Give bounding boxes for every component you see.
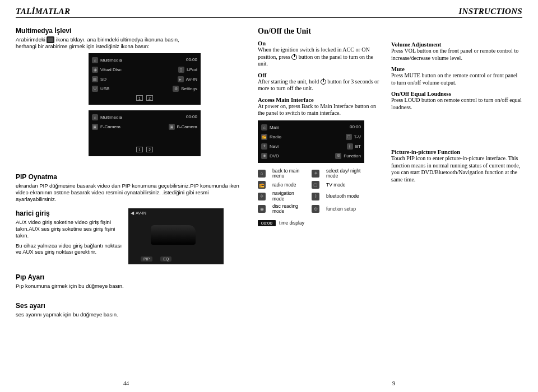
- label: F-Camera: [100, 124, 120, 129]
- text: herhangi bir arabirime girmek için isted…: [16, 43, 150, 49]
- pip-play-text: ekrandan PIP düğmesine basarak video dan…: [16, 183, 245, 203]
- disc-icon: ◉: [258, 205, 266, 213]
- label: DVD: [270, 153, 279, 158]
- label: time display: [279, 220, 304, 226]
- label: BT: [355, 144, 361, 149]
- tv-icon: ▢: [346, 134, 352, 140]
- access-main-text: At power on, press Back to Main Interfac…: [258, 103, 381, 117]
- ipod-icon: ▯: [178, 67, 184, 73]
- nav-icon: ✈: [258, 193, 266, 200]
- label: TV mode: [326, 183, 361, 188]
- label: Function: [344, 153, 361, 158]
- mute-heading: Mute: [391, 66, 522, 72]
- loudness-text: Press LOUD button on remote control to t…: [391, 97, 522, 111]
- text: ikona tıklayı. ana birimdeki ultimedya i…: [56, 36, 179, 43]
- label: SD: [100, 77, 106, 82]
- off-heading: Off: [258, 72, 381, 78]
- main-interface-screen: ⌂Main00:00 📻Radio▢T-V ✈NaviᛒBT ◉DVD⚙Func…: [258, 120, 364, 163]
- ext-input-text: AUX video giriş soketine video giriş fiş…: [16, 219, 125, 239]
- text: Pıp konumuna girmek için bu düğmeye bası…: [16, 283, 124, 289]
- bt-icon: ᛒ: [347, 143, 353, 150]
- home-icon: ⌂: [258, 170, 266, 178]
- avin-screen: ◀AV-IN PIPEQ: [128, 208, 224, 264]
- page-header: TALİMATLAR INSTRUCTIONS: [16, 7, 522, 18]
- on-heading: On: [258, 40, 381, 46]
- label: disc reading mode: [272, 204, 307, 214]
- func-icon: ⚙: [312, 205, 319, 213]
- ext-input-text2: Bu cihaz yalnızca video giriş bağlantı n…: [16, 242, 125, 256]
- settings-icon: ⚙: [173, 86, 179, 92]
- label: navigation mode: [272, 191, 307, 202]
- avin-icon: ▸: [178, 76, 184, 82]
- label: radio mode: [272, 183, 307, 188]
- clock: 00:00: [186, 57, 197, 63]
- label: USB: [100, 86, 109, 91]
- label: Radio: [270, 134, 281, 139]
- sound-setting-heading: Ses ayarı: [16, 302, 245, 310]
- label: Multimedia: [100, 58, 122, 63]
- pip-play-heading: PIP Oynatma: [16, 173, 245, 181]
- clock: 00:00: [186, 114, 197, 120]
- tv-icon: ▢: [312, 181, 319, 189]
- multimedia-screen-1: ⌂Multimedia00:00 ◉Vitual Disc▯I-Pod ▤SD▸…: [89, 53, 201, 105]
- access-main-heading: Access Main Interface: [258, 97, 381, 103]
- clock: 00:00: [350, 124, 361, 130]
- home-icon: ⌂: [92, 114, 98, 120]
- label: back to main menu: [272, 169, 307, 179]
- mode-legend: ⌂back to main menu ☀select day/ night mo…: [258, 169, 381, 214]
- power-icon: [321, 79, 326, 85]
- label: select day/ night mode: [326, 169, 361, 179]
- page-1: 1: [136, 95, 143, 101]
- label: Vitual Disc: [100, 67, 122, 72]
- onoff-title: On/Off the Unit: [258, 27, 381, 36]
- text: Arabirimdeki: [16, 36, 45, 43]
- off-text: After starting the unit, hold button for…: [258, 78, 381, 92]
- avin-title: AV-IN: [136, 211, 146, 216]
- time-display: 00:00: [258, 220, 276, 226]
- func-icon: ⚙: [335, 153, 341, 159]
- label: B-Camera: [177, 124, 197, 129]
- label: T-V: [354, 134, 361, 139]
- label: Settings: [181, 86, 197, 91]
- label: AV-IN: [186, 77, 197, 82]
- header-right: INSTRUCTIONS: [458, 7, 522, 16]
- grid-icon: [47, 36, 54, 43]
- mute-text: Press MUTE button on the remote control …: [391, 72, 522, 86]
- multimedia-intro: Arabirimdeki ikona tıklayı. ana birimdek…: [16, 36, 245, 50]
- pip-setting-text: Pıp konumuna girmek için bu düğmeye bası…: [16, 283, 245, 290]
- fcam-icon: ▣: [92, 124, 98, 130]
- on-text: When the ignition switch is locked in AC…: [258, 46, 381, 68]
- car-illustration: [151, 225, 196, 245]
- label: bluetooth mode: [326, 194, 361, 199]
- bt-icon: ᛒ: [312, 193, 319, 200]
- page-number-right: 9: [392, 380, 395, 386]
- home-icon: ⌂: [92, 57, 98, 63]
- ext-input-heading: harici giriş: [16, 209, 125, 217]
- usb-icon: Ψ: [92, 86, 98, 92]
- label: Multimedia: [100, 115, 122, 120]
- label: Main: [270, 125, 279, 130]
- power-icon: [291, 54, 297, 60]
- label: I-Pod: [187, 67, 197, 72]
- label: Navi: [270, 144, 279, 149]
- back-icon: ◀: [131, 211, 134, 216]
- page-2b: 2: [146, 147, 153, 152]
- volume-heading: Volume Adjustment: [391, 41, 522, 48]
- multimedia-heading: Multimedya İşlevi: [16, 27, 245, 35]
- disc-icon: ◉: [92, 67, 98, 73]
- sound-setting-text: ses ayarını yapmak için bu düğmeye basın…: [16, 311, 245, 318]
- page-number-left: 44: [123, 380, 129, 386]
- text: After starting the unit, hold: [258, 78, 319, 85]
- daynight-icon: ☀: [312, 170, 319, 178]
- header-left: TALİMATLAR: [16, 7, 70, 16]
- label: function setup: [326, 207, 361, 212]
- volume-text: Press VOL button on the front panel or r…: [391, 48, 522, 62]
- pip-setting-heading: Pıp Ayarı: [16, 273, 245, 281]
- page-1b: 1: [136, 147, 143, 152]
- left-column: Multimedya İşlevi Arabirimdeki ikona tık…: [16, 24, 245, 321]
- multimedia-screen-2: ⌂Multimedia00:00 ▣F-Camera▣B-Camera 12: [89, 110, 201, 156]
- radio-icon: 📻: [261, 134, 267, 140]
- bcam-icon: ▣: [169, 124, 175, 130]
- home-icon: ⌂: [261, 124, 267, 130]
- nav-icon: ✈: [261, 143, 267, 150]
